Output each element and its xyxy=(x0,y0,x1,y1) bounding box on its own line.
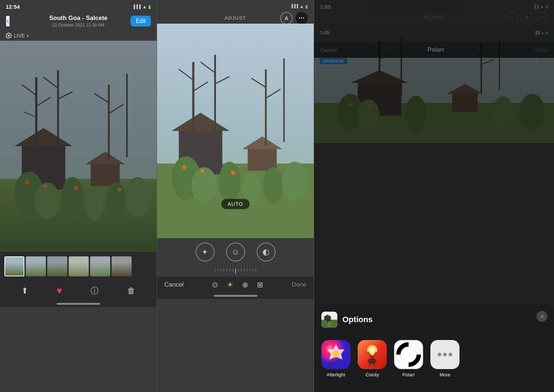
tick xyxy=(232,269,233,272)
thumbnail-item[interactable] xyxy=(69,256,89,276)
live-badge[interactable]: LIVE ▾ xyxy=(0,31,157,41)
filter-button[interactable]: ◐ xyxy=(257,243,276,261)
polarr-icon xyxy=(394,340,423,369)
bottom-toolbar-1: ⬆ ♥ ⓘ 🗑 xyxy=(0,281,157,301)
edit-button[interactable]: Edit xyxy=(131,16,151,27)
filter-icon: ◐ xyxy=(262,247,269,257)
svg-point-80 xyxy=(327,321,332,328)
svg-rect-27 xyxy=(0,41,157,252)
thumbnail-item[interactable] xyxy=(47,256,67,276)
home-indicator-2 xyxy=(157,293,314,299)
tick xyxy=(250,269,250,272)
color-tool-icon[interactable]: ⊕ xyxy=(242,280,248,289)
photo-date: 22 October 2021 11:39 AM xyxy=(49,23,108,28)
panel-2: ▐▐▐ ▲ ▮ ADJUST A ••• xyxy=(157,0,314,392)
tick xyxy=(226,269,227,272)
delete-button[interactable]: 🗑 xyxy=(127,286,135,296)
slider-ticks xyxy=(215,269,256,274)
wifi-icon: ▲ xyxy=(142,4,147,9)
home-bar-2 xyxy=(214,295,257,297)
options-modal: Options ✕ xyxy=(314,304,554,392)
svg-point-81 xyxy=(331,320,336,327)
tick xyxy=(221,269,221,272)
magic-wand-button[interactable]: ✦ xyxy=(196,243,214,261)
adjust-title: ADJUST xyxy=(225,15,246,21)
home-indicator-1 xyxy=(0,301,157,307)
more-dots-icon xyxy=(438,353,452,356)
auto-badge: AUTO xyxy=(221,199,250,209)
options-app-list: Afterlight xyxy=(321,336,547,385)
auto-adjust-button[interactable]: A xyxy=(280,12,293,24)
tick xyxy=(247,269,248,272)
tick xyxy=(238,269,239,272)
more-options-button[interactable]: ••• xyxy=(296,12,308,24)
status-icons-1: ▐▐▐ ▲ ▮ xyxy=(132,4,151,9)
tick xyxy=(241,269,242,272)
wand-icon: ✦ xyxy=(202,248,208,256)
tick xyxy=(218,269,218,272)
live-chevron-icon: ▾ xyxy=(27,34,29,38)
clarity-label: Clarity xyxy=(366,372,379,377)
exposure-tool-icon[interactable]: ⊙ xyxy=(212,280,218,289)
face-icon: ☺ xyxy=(231,247,239,257)
panel-1: 12:54 ▐▐▐ ▲ ▮ ‹ South Goa - Salcete 22 O… xyxy=(0,0,157,392)
panel-3: 1:05 ▐▐ ▲ ▮ ADJUST ⊘ A ••• xyxy=(314,0,554,392)
polarr-label: Polarr xyxy=(402,372,415,377)
tick xyxy=(215,269,216,272)
tick xyxy=(244,269,245,272)
brightness-tool-icon[interactable]: ☀ xyxy=(227,280,233,289)
battery-icon-2: ▮ xyxy=(305,4,308,9)
thumbnail-item[interactable] xyxy=(26,256,46,276)
status-time-1: 12:54 xyxy=(6,4,20,10)
p2-header: ADJUST A ••• xyxy=(157,13,314,24)
thumbnail-item[interactable] xyxy=(90,256,110,276)
face-retouch-button[interactable]: ☺ xyxy=(226,243,245,261)
signal-icon-2: ▐▐▐ xyxy=(290,4,298,9)
p2-adjustment-controls: ✦ ☺ ◐ xyxy=(157,238,314,266)
p2-status-icons: ▐▐▐ ▲ ▮ xyxy=(290,4,308,9)
options-header: Options xyxy=(321,312,547,328)
tick xyxy=(253,269,253,272)
live-dot-icon xyxy=(6,33,12,39)
p2-bottom-toolbar: Cancel ⊙ ☀ ⊕ ⊞ Done xyxy=(157,277,314,293)
thumbnail-item[interactable] xyxy=(4,256,24,276)
back-button[interactable]: ‹ xyxy=(6,16,10,27)
afterlight-label: Afterlight xyxy=(326,372,345,377)
app-item-clarity[interactable]: Clarity xyxy=(358,340,387,377)
p2-tool-icons: ⊙ ☀ ⊕ ⊞ xyxy=(212,280,263,289)
signal-icon: ▐▐▐ xyxy=(132,4,141,9)
status-bar-1: 12:54 ▐▐▐ ▲ ▮ xyxy=(0,0,157,13)
clarity-icon xyxy=(358,340,387,369)
options-close-button[interactable]: ✕ xyxy=(537,311,547,322)
slider-container[interactable] xyxy=(157,266,314,277)
p2-cancel-button[interactable]: Cancel xyxy=(164,281,184,288)
thumbnail-strip xyxy=(0,252,157,281)
tick xyxy=(224,269,224,272)
options-title: Options xyxy=(342,315,373,324)
crop-tool-icon[interactable]: ⊞ xyxy=(257,280,263,289)
app-item-afterlight[interactable]: Afterlight xyxy=(321,340,350,377)
photo-display-1 xyxy=(0,41,157,252)
afterlight-icon xyxy=(321,340,350,369)
options-app-icon xyxy=(321,312,337,328)
title-block: South Goa - Salcete 22 October 2021 11:3… xyxy=(49,15,108,28)
more-dots-icon: ••• xyxy=(299,15,305,21)
svg-point-84 xyxy=(332,350,340,357)
thumbnail-item[interactable] xyxy=(112,256,132,276)
photo-display-2: AUTO xyxy=(157,24,314,238)
tick-center xyxy=(235,269,236,274)
tick xyxy=(229,269,230,272)
tick xyxy=(256,269,256,272)
live-label: LIVE xyxy=(14,33,25,39)
more-label: More xyxy=(439,372,450,377)
app-item-more[interactable]: More xyxy=(430,340,459,377)
p2-done-button[interactable]: Done xyxy=(292,281,306,288)
p2-header-actions: A ••• xyxy=(280,12,308,24)
battery-icon: ▮ xyxy=(148,4,151,9)
share-button[interactable]: ⬆ xyxy=(21,286,28,296)
wifi-icon-2: ▲ xyxy=(300,4,304,9)
favorite-button[interactable]: ♥ xyxy=(57,285,62,296)
svg-rect-89 xyxy=(371,358,374,363)
info-button[interactable]: ⓘ xyxy=(91,285,99,296)
app-item-polarr[interactable]: Polarr xyxy=(394,340,423,377)
